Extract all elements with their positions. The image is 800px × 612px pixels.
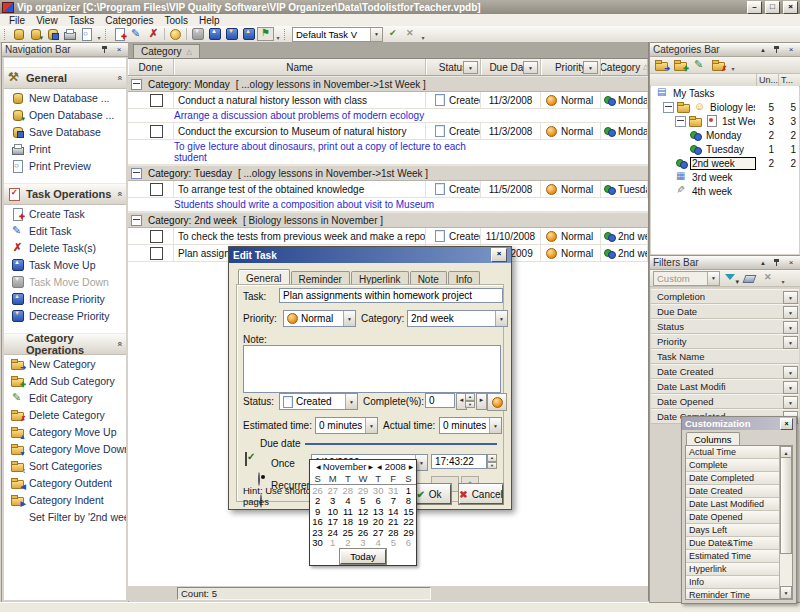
column-list-item[interactable]: Complete xyxy=(686,459,780,472)
nav-item[interactable]: Create Task xyxy=(4,205,126,222)
calendar-day[interactable]: 24 xyxy=(325,527,340,538)
apply-view-button[interactable] xyxy=(385,27,402,41)
table-row[interactable]: To arrange test of the obtained knowledg… xyxy=(128,181,648,198)
filter-dropdown-button[interactable] xyxy=(783,306,798,319)
column-list-item[interactable]: Days Left xyxy=(686,524,780,537)
calendar-day[interactable]: 17 xyxy=(325,517,340,528)
calendar-day[interactable]: 25 xyxy=(340,527,355,538)
calendar-day[interactable]: 3 xyxy=(325,496,340,507)
menu-item[interactable]: File xyxy=(4,15,30,26)
calendar-day[interactable]: 23 xyxy=(310,527,325,538)
column-header-due-date[interactable]: Due Date xyxy=(481,59,541,75)
toolbar-grip[interactable] xyxy=(284,29,288,40)
tree-item[interactable]: Monday 2 2 xyxy=(651,128,799,142)
spin-up-icon[interactable]: ▲ xyxy=(487,454,497,462)
tree-item[interactable]: 1st Week 3 3 xyxy=(651,114,799,128)
status-combo[interactable]: Created xyxy=(279,393,358,410)
previous-month-icon[interactable]: ◀ xyxy=(314,463,323,470)
nav-item[interactable]: Print xyxy=(4,140,126,157)
nav-item[interactable]: Open Database ... xyxy=(4,106,126,123)
nav-item[interactable]: Delete Category xyxy=(4,406,126,423)
calendar-day[interactable]: 9 xyxy=(310,506,325,517)
print-preview-button[interactable] xyxy=(78,27,95,41)
collapse-group-icon[interactable] xyxy=(131,215,142,226)
pin-button[interactable] xyxy=(771,44,783,55)
nav-section-header[interactable]: Task Operations « xyxy=(4,183,126,205)
calendar-day[interactable]: 22 xyxy=(401,517,416,528)
spin-down-icon[interactable]: ▼ xyxy=(465,401,475,409)
toolbar-overflow-chevron[interactable]: ▾ xyxy=(729,59,737,72)
filter-row[interactable]: Date Last Modifi xyxy=(651,379,799,394)
decrease-priority-button[interactable] xyxy=(223,27,240,41)
delete-task-button[interactable] xyxy=(145,27,162,41)
nav-item[interactable]: Edit Category xyxy=(4,389,126,406)
column-list-item[interactable]: Date Created xyxy=(686,485,780,498)
tree-item[interactable]: Tuesday 1 1 xyxy=(651,142,799,156)
complete-reset-button[interactable] xyxy=(487,393,507,411)
nav-section-header[interactable]: Category Operations « xyxy=(4,333,126,355)
calendar-day[interactable]: 16 xyxy=(310,517,325,528)
calendar-day[interactable]: 13 xyxy=(371,506,386,517)
note-textarea[interactable] xyxy=(243,345,501,393)
collapse-node-icon[interactable] xyxy=(663,102,674,113)
open-database-button[interactable] xyxy=(27,27,44,41)
column-list-item[interactable]: Date Last Modified xyxy=(686,498,780,511)
calendar-day[interactable]: 6 xyxy=(371,496,386,507)
collapse-node-icon[interactable] xyxy=(675,116,686,127)
add-sub-category-button[interactable] xyxy=(672,58,689,72)
nav-item[interactable]: Task Move Down xyxy=(4,273,126,290)
nav-item[interactable]: Sort Categories xyxy=(4,457,126,474)
group-row[interactable]: Category: Monday [ ...ology lessons in N… xyxy=(128,76,648,92)
task-note-row[interactable]: Arrange a discussion about problems of m… xyxy=(128,109,648,123)
category-combo[interactable]: 2nd week xyxy=(407,310,508,327)
close-panel-button[interactable]: × xyxy=(785,257,797,268)
filter-row[interactable]: Priority xyxy=(651,334,799,349)
combo-dropdown-button[interactable] xyxy=(489,418,501,433)
calendar-day[interactable]: 29 xyxy=(401,527,416,538)
calendar-day[interactable]: 30 xyxy=(310,538,325,549)
calendar-day[interactable]: 20 xyxy=(371,517,386,528)
spin-up-icon[interactable]: ▲ xyxy=(465,393,475,401)
toolbar-overflow-chevron[interactable]: ▾ xyxy=(779,272,787,285)
menu-item[interactable]: View xyxy=(31,15,63,26)
calendar-day[interactable]: 5 xyxy=(355,496,370,507)
column-list-item[interactable]: Date Completed xyxy=(686,472,780,485)
calendar-day[interactable]: 18 xyxy=(340,517,355,528)
collapse-chevron-icon[interactable]: « xyxy=(114,341,124,346)
calendar-day[interactable]: 12 xyxy=(355,506,370,517)
combo-dropdown-button[interactable] xyxy=(365,418,377,433)
filter-dropdown-button[interactable] xyxy=(783,396,798,409)
nav-item[interactable]: Category Indent xyxy=(4,491,126,508)
nav-item[interactable]: Add Sub Category xyxy=(4,372,126,389)
complete-max-button[interactable]: ► xyxy=(476,393,487,410)
filter-dropdown-button[interactable] xyxy=(783,321,798,334)
scroll-down-button[interactable]: ▼ xyxy=(780,586,792,599)
calendar-day[interactable]: 29 xyxy=(355,485,370,496)
toolbar-overflow-chevron[interactable]: ▾ xyxy=(95,28,103,41)
minimize-button[interactable]: – xyxy=(747,1,762,14)
column-list-item[interactable]: Date Opened xyxy=(686,511,780,524)
menu-item[interactable]: Tasks xyxy=(64,15,100,26)
edit-task-button[interactable] xyxy=(128,27,145,41)
calendar-day[interactable]: 8 xyxy=(401,496,416,507)
print-button[interactable] xyxy=(61,27,78,41)
today-button[interactable]: Today xyxy=(340,549,386,564)
collapse-panel-button[interactable]: ▲ xyxy=(757,257,769,268)
priority-combo[interactable]: Normal xyxy=(283,310,356,327)
pin-button[interactable] xyxy=(771,257,783,268)
close-button[interactable]: × xyxy=(783,1,798,14)
column-list-item[interactable]: Reminder Time xyxy=(686,589,780,600)
toolbar-grip[interactable] xyxy=(105,29,109,40)
table-row[interactable]: Conduct a natural history lesson with cl… xyxy=(128,92,648,109)
menu-item[interactable]: Tools xyxy=(160,15,193,26)
column-list-item[interactable]: Info xyxy=(686,576,780,589)
delete-category-button[interactable] xyxy=(710,58,727,72)
close-customization-button[interactable]: × xyxy=(780,418,793,430)
table-row[interactable]: Conduct the excursion to Museum of natur… xyxy=(128,123,648,140)
task-input[interactable] xyxy=(279,288,503,303)
task-move-up-button[interactable] xyxy=(206,27,223,41)
column-list-item[interactable]: Estimated Time xyxy=(686,550,780,563)
new-category-button[interactable] xyxy=(653,58,670,72)
apply-filter-button[interactable] xyxy=(722,271,739,285)
previous-year-icon[interactable]: ◀ xyxy=(375,463,384,470)
